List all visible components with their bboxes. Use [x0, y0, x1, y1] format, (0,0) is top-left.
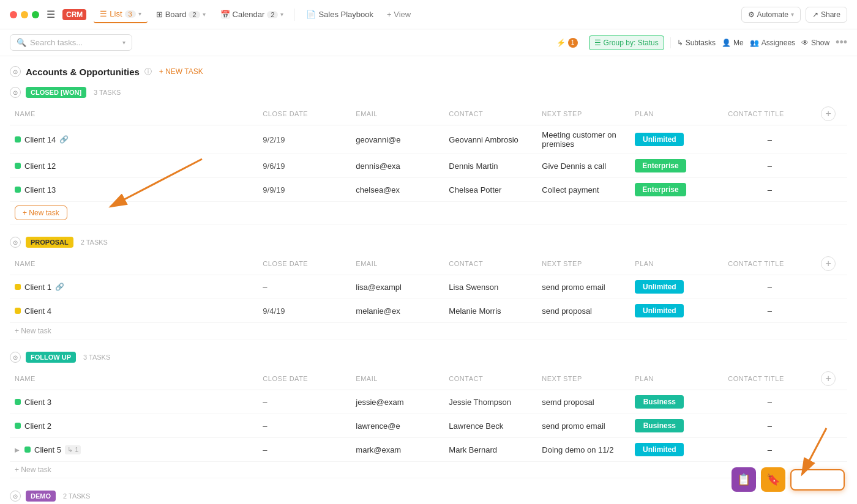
row-actions-cell	[816, 390, 847, 414]
add-task-button[interactable]: + + Task	[790, 469, 845, 491]
table-row[interactable]: Client 4 9/4/19 melanie@ex Melanie Morri…	[10, 299, 847, 323]
sections-container: ⊙ CLOSED [WON] 3 TASKS NAME CLOSE DATE E…	[10, 87, 847, 502]
task-name-label[interactable]: Client 13	[24, 185, 56, 195]
section-header-demo: ⊙ DEMO 2 TASKS	[10, 491, 847, 502]
col-add[interactable]: +	[816, 253, 847, 275]
section-toggle-closed-won[interactable]: ⊙	[10, 87, 21, 98]
me-button[interactable]: 👤 Me	[722, 39, 744, 47]
close-date-cell: 9/4/19	[258, 299, 351, 323]
notes-icon-button[interactable]: 📋	[732, 467, 756, 492]
task-name-label[interactable]: Client 14	[24, 135, 56, 144]
col-email: EMAIL	[351, 368, 444, 390]
more-options-button[interactable]: •••	[836, 36, 847, 49]
plan-cell: Enterprise	[630, 154, 723, 178]
new-task-button[interactable]: + New task	[15, 327, 842, 335]
plan-cell: Business	[630, 390, 723, 414]
new-task-header-button[interactable]: + NEW TASK	[159, 67, 203, 76]
table-row[interactable]: Client 1 🔗 – lisa@exampl Lisa Swenson se…	[10, 275, 847, 299]
link-icon[interactable]: 🔗	[59, 135, 69, 144]
search-input[interactable]: 🔍 Search tasks... ▾	[10, 34, 132, 51]
task-status-dot	[15, 423, 21, 429]
expand-icon[interactable]: ▶	[15, 447, 20, 453]
row-actions-cell	[816, 275, 847, 299]
page-info-icon[interactable]: ⓘ	[144, 67, 152, 77]
col-plan: PLAN	[630, 103, 723, 125]
hamburger-menu-icon[interactable]: ☰	[47, 9, 55, 20]
section-proposal: ⊙ PROPOSAL 2 TASKS NAME CLOSE DATE EMAIL…	[10, 237, 847, 339]
task-name-cell: Client 3	[10, 390, 258, 414]
assignees-button[interactable]: 👥 Assignees	[750, 39, 795, 47]
page-toggle[interactable]: ⊙	[10, 66, 21, 77]
table-row[interactable]: Client 12 9/6/19 dennis@exa Dennis Marti…	[10, 154, 847, 178]
table-row[interactable]: Client 13 9/9/19 chelsea@ex Chelsea Pott…	[10, 178, 847, 202]
task-name-label[interactable]: Client 1	[24, 283, 51, 292]
task-name-label[interactable]: Client 5	[34, 445, 61, 454]
task-name-label[interactable]: Client 3	[24, 398, 51, 407]
section-toggle-proposal[interactable]: ⊙	[10, 237, 21, 248]
table-row[interactable]: ▶ Client 5 ↳ 1 – mark@exam Mark Bernard …	[10, 438, 847, 462]
filter-button[interactable]: ⚡ 1	[552, 35, 583, 50]
tab-sales-playbook[interactable]: 📄 Sales Playbook	[300, 6, 380, 23]
search-dropdown-icon[interactable]: ▾	[122, 39, 125, 46]
col-name: NAME	[10, 253, 258, 275]
toolbar: 🔍 Search tasks... ▾ ⚡ 1 ☰ Group by: Stat…	[0, 29, 857, 56]
subtask-badge[interactable]: ↳ 1	[65, 445, 81, 454]
task-name-label[interactable]: Client 12	[24, 161, 56, 171]
link-icon[interactable]: 🔗	[55, 283, 64, 291]
show-button[interactable]: 👁 Show	[801, 39, 829, 47]
bookmark-icon-button[interactable]: 🔖	[761, 467, 785, 492]
section-follow-up: ⊙ FOLLOW UP 3 TASKS NAME CLOSE DATE EMAI…	[10, 352, 847, 478]
task-name-cell: Client 13	[10, 178, 258, 202]
table-row[interactable]: Client 2 – lawrence@e Lawrence Beck send…	[10, 414, 847, 438]
task-count-closed-won: 3 TASKS	[94, 89, 121, 96]
automate-dropdown-icon[interactable]: ▾	[791, 11, 794, 18]
minimize-button[interactable]	[21, 11, 28, 18]
add-column-button[interactable]: +	[821, 256, 836, 271]
status-badge-demo: DEMO	[26, 491, 56, 502]
board-dropdown-icon[interactable]: ▾	[203, 11, 206, 18]
new-task-row: + New task	[10, 323, 847, 339]
board-icon: ⊞	[156, 10, 163, 19]
new-task-outlined-button[interactable]: + New task	[15, 206, 67, 220]
col-contact-title: CONTACT TITLE	[723, 253, 816, 275]
automate-button[interactable]: ⚙ Automate ▾	[741, 7, 801, 23]
tab-board[interactable]: ⊞ Board 2 ▾	[150, 6, 212, 23]
close-date-cell: 9/2/19	[258, 125, 351, 154]
group-by-button[interactable]: ☰ Group by: Status	[589, 35, 664, 50]
contact-title-cell: –	[723, 275, 816, 299]
add-column-button[interactable]: +	[821, 106, 836, 121]
new-task-button[interactable]: + New task	[15, 465, 842, 474]
close-date-cell: 9/9/19	[258, 178, 351, 202]
search-icon: 🔍	[17, 38, 26, 47]
col-add[interactable]: +	[816, 103, 847, 125]
crm-logo: CRM	[62, 9, 86, 20]
next-step-cell: send promo email	[537, 414, 630, 438]
close-button[interactable]	[10, 11, 17, 18]
maximize-button[interactable]	[32, 11, 39, 18]
col-contact: CONTACT	[444, 103, 537, 125]
close-date-cell: –	[258, 390, 351, 414]
table-row[interactable]: Client 3 – jessie@exam Jessie Thompson s…	[10, 390, 847, 414]
task-name-label[interactable]: Client 2	[24, 421, 51, 431]
col-name: NAME	[10, 103, 258, 125]
col-name: NAME	[10, 368, 258, 390]
filter-icon: ⚡	[556, 39, 566, 47]
share-button[interactable]: ↗ Share	[806, 7, 847, 23]
table-row[interactable]: Client 14 🔗 9/2/19 geovanni@e Geovanni A…	[10, 125, 847, 154]
plan-badge: Business	[635, 419, 684, 432]
me-icon: 👤	[722, 39, 731, 47]
section-toggle-follow-up[interactable]: ⊙	[10, 352, 21, 363]
plan-cell: Unlimited	[630, 438, 723, 462]
add-column-button[interactable]: +	[821, 371, 836, 386]
add-view-button[interactable]: + View	[382, 6, 416, 23]
list-dropdown-icon[interactable]: ▾	[138, 10, 141, 17]
nav-right: ⚙ Automate ▾ ↗ Share	[741, 7, 847, 23]
tab-calendar[interactable]: 📅 Calendar 2 ▾	[214, 6, 290, 23]
task-name-label[interactable]: Client 4	[24, 306, 51, 316]
new-task-cell: + New task	[10, 462, 847, 478]
calendar-dropdown-icon[interactable]: ▾	[280, 11, 283, 18]
col-add[interactable]: +	[816, 368, 847, 390]
subtasks-button[interactable]: ↳ Subtasks	[677, 39, 716, 47]
section-toggle-demo[interactable]: ⊙	[10, 491, 21, 502]
tab-list[interactable]: ☰ List 3 ▾	[94, 6, 147, 23]
